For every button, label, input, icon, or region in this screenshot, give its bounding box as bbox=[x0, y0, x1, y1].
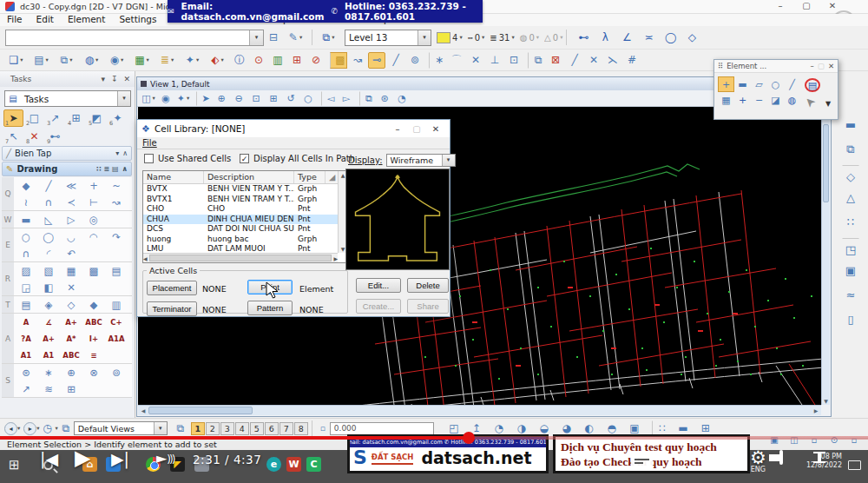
drawing-tool-icon[interactable]: ↷ bbox=[105, 228, 128, 245]
maximize-button[interactable]: ▢ bbox=[800, 1, 812, 10]
drop-task-icon[interactable]: ↖7 bbox=[3, 128, 23, 145]
no-access-icon[interactable]: ⊘ bbox=[307, 52, 325, 69]
keyin-field[interactable]: ▾ bbox=[5, 30, 264, 46]
menu-item[interactable]: Settings bbox=[112, 14, 163, 26]
world-mode-icon[interactable]: ◍ bbox=[784, 92, 800, 108]
design-history-icon[interactable]: ⊞ bbox=[288, 52, 306, 69]
coordinate-readout[interactable]: 0.000 bbox=[330, 422, 434, 435]
drawing-tool-icon[interactable]: ⊢ bbox=[82, 194, 105, 210]
delete-element-icon[interactable]: ✕ bbox=[585, 52, 602, 69]
fence-tool-icon[interactable]: ⊡ bbox=[505, 52, 523, 69]
drawing-tool-icon[interactable]: ◯ bbox=[37, 228, 60, 245]
element-information-icon[interactable]: ⓘ bbox=[231, 52, 248, 69]
circle-method-icon[interactable]: ○ bbox=[767, 76, 784, 92]
cells-toolbox-icon[interactable]: ▣ bbox=[842, 262, 859, 279]
drawing-tool-icon[interactable]: ▤ bbox=[15, 296, 37, 313]
drawing-tool-icon[interactable]: ↶ bbox=[60, 245, 82, 261]
list-horizontal-scrollbar[interactable]: ◀▶ bbox=[143, 253, 338, 262]
drawing-tool-icon[interactable]: ∗ bbox=[37, 364, 60, 380]
drawing-tool-icon[interactable]: ╱ bbox=[37, 177, 60, 194]
keyin-edit-icon[interactable]: ✎ bbox=[284, 30, 307, 46]
use-shared-cells-checkbox[interactable] bbox=[144, 154, 154, 163]
measure-element-icon[interactable]: ⊷ bbox=[575, 30, 592, 46]
drawing-tool-icon[interactable]: ?A bbox=[15, 330, 37, 347]
models-icon[interactable]: ❑ bbox=[4, 52, 28, 69]
view-toggle-button[interactable]: 3 bbox=[220, 422, 234, 435]
element-selection-tool-icon[interactable]: ➤1 bbox=[3, 109, 23, 127]
view-toggle-button[interactable]: 6 bbox=[265, 422, 279, 435]
layout-icons[interactable]: ∷ ≡ ▤ bbox=[96, 165, 118, 173]
drawing-tool-icon[interactable]: ~ bbox=[105, 177, 128, 194]
intersect-tool-icon[interactable]: ✕ bbox=[467, 52, 484, 69]
section-bien-tap[interactable]: ╱Bien Tap ▾∧ bbox=[2, 146, 132, 161]
cell-row[interactable]: BVTX1BENH VIEN TRAM Y T...Grph bbox=[143, 195, 347, 205]
move-task-icon[interactable]: ↗3 bbox=[45, 109, 65, 127]
measure-length-icon[interactable]: λ bbox=[596, 30, 614, 46]
drawing-tool-icon[interactable]: ∩ bbox=[37, 194, 60, 210]
drawing-tool-icon[interactable]: ⊞ bbox=[60, 380, 82, 397]
display-all-cells-checkbox[interactable]: ✓ bbox=[240, 154, 249, 163]
priority-picker[interactable]: △0▾ bbox=[544, 33, 562, 43]
drawing-tool-icon[interactable]: ⊗ bbox=[82, 364, 105, 380]
references-icon[interactable]: ⧉ bbox=[55, 52, 78, 69]
drawing-tool-icon[interactable]: A bbox=[15, 314, 37, 330]
circle-tool-icon[interactable]: ⊚ bbox=[406, 52, 424, 69]
zoom-in-icon[interactable]: ⊕ bbox=[214, 91, 229, 106]
view-toggle-button[interactable]: 5 bbox=[250, 422, 264, 435]
find-replace-icon[interactable]: ⊙ bbox=[250, 52, 267, 69]
minimize-button[interactable]: – bbox=[774, 1, 786, 10]
menu-item[interactable]: Element bbox=[61, 14, 112, 26]
column-description[interactable]: Description bbox=[204, 171, 294, 183]
chevron-up-icon[interactable]: ∧ bbox=[122, 165, 128, 173]
cell-row[interactable]: BVTXBENH VIEN TRAM Y T...Grph bbox=[143, 184, 347, 195]
drawing-tool-icon[interactable]: ◜ bbox=[37, 245, 60, 261]
standards-checker-icon[interactable]: ▥ bbox=[269, 52, 286, 69]
view-display-mode-icon[interactable]: ◫ bbox=[141, 91, 156, 106]
sheet-icon[interactable]: ▤ bbox=[30, 52, 53, 69]
zoom-element-icon[interactable]: ➤ bbox=[196, 91, 212, 106]
keyin-input[interactable] bbox=[6, 30, 249, 45]
dialog-maximize-button[interactable]: ▢ bbox=[407, 124, 426, 134]
drawing-tool-icon[interactable]: ▥ bbox=[105, 296, 128, 313]
drawing-tool-icon[interactable]: ▤ bbox=[105, 262, 128, 279]
line-modify-icon[interactable]: ╱ bbox=[566, 52, 583, 69]
raster-manager-icon[interactable]: ◍ bbox=[80, 52, 103, 69]
tasks-dropdown-icon[interactable]: ▾ bbox=[101, 75, 105, 83]
fence-toolbox-icon[interactable]: ⧉ bbox=[842, 141, 859, 157]
tasks-close-icon[interactable]: ✕ bbox=[123, 75, 130, 83]
forward-button[interactable]: ▸ bbox=[23, 422, 36, 435]
next-video-button[interactable]: ▶| bbox=[111, 449, 129, 468]
drawing-tool-icon[interactable]: I+ bbox=[82, 330, 105, 347]
smartline-tool-icon[interactable]: ↝ bbox=[349, 52, 366, 69]
view-previous-icon[interactable]: ◅ bbox=[321, 91, 337, 106]
point-clouds-icon[interactable]: ◉ bbox=[105, 52, 128, 69]
palette-maximize-button[interactable]: ▢ bbox=[818, 62, 825, 70]
measure-distance-icon[interactable]: ≍ bbox=[640, 30, 657, 46]
pattern-tool-icon[interactable]: ▩ bbox=[330, 52, 347, 69]
node-tool-icon[interactable]: ⊸ bbox=[368, 52, 385, 69]
chevron-down-icon[interactable]: ▾ bbox=[115, 149, 119, 157]
drawing-tool-icon[interactable]: ◎ bbox=[82, 211, 105, 228]
drawing-tool-icon[interactable]: ≋ bbox=[37, 380, 60, 397]
drawing-tool-icon[interactable]: ◈ bbox=[37, 296, 60, 313]
cell-library-title-bar[interactable]: ❖ Cell Library: [NONE] – ▢ ✕ bbox=[137, 120, 450, 137]
drawing-tool-icon[interactable]: ▦ bbox=[60, 262, 82, 279]
drawing-tool-icon[interactable]: ≺ bbox=[60, 194, 82, 210]
play-button[interactable]: ▶ bbox=[75, 446, 90, 470]
explorer-icon[interactable]: ⬖ bbox=[206, 52, 229, 69]
disable-handles-icon[interactable]: ▤ bbox=[805, 78, 820, 92]
change-attributes-toolbox-icon[interactable]: ▯ bbox=[842, 311, 859, 328]
drawing-tool-icon[interactable]: ✕ bbox=[60, 279, 82, 295]
share-button[interactable]: Share bbox=[407, 299, 449, 314]
fit-view-icon[interactable]: ⊞ bbox=[266, 91, 281, 106]
subtitles-button[interactable] bbox=[631, 454, 653, 467]
copy-fence-icon[interactable]: ⧉ bbox=[528, 52, 545, 69]
palette-task-icon[interactable]: ◩5 bbox=[87, 109, 107, 127]
drawing-tool-icon[interactable]: ABC bbox=[60, 347, 82, 363]
fence-task-icon[interactable]: □2 bbox=[24, 109, 44, 127]
drawing-tool-icon[interactable]: ↝ bbox=[105, 194, 128, 210]
line-tool-icon[interactable]: ╱ bbox=[387, 52, 404, 69]
measure-angle-icon[interactable]: ∠ bbox=[618, 30, 635, 46]
rotate-view-icon[interactable]: ↺ bbox=[283, 91, 299, 106]
previous-video-button[interactable]: |◀ bbox=[40, 449, 58, 468]
